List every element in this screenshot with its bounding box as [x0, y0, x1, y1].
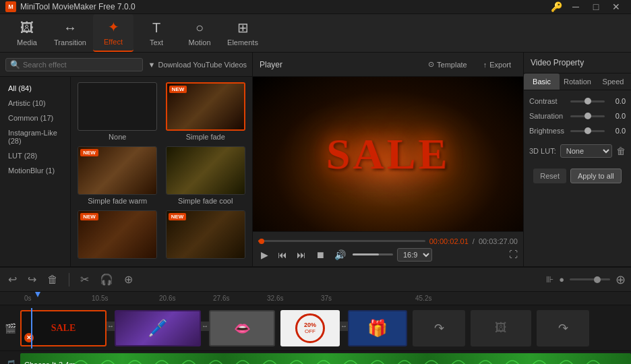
add-track-button[interactable]: ⊕ [615, 272, 626, 287]
audio-button[interactable]: 🎧 [97, 271, 116, 288]
new-badge-warm: NEW [80, 149, 98, 156]
tab-basic[interactable]: Basic [524, 73, 560, 90]
template-icon: ⊙ [428, 60, 434, 69]
tab-rotation[interactable]: Rotation [560, 73, 595, 90]
toolbar-transition[interactable]: ↔ Transition [50, 14, 90, 52]
search-box[interactable]: 🔍 [5, 58, 143, 71]
effect-simple-fade-label: Simple fade [186, 133, 225, 141]
clip-bonus[interactable]: 🎁 [348, 310, 407, 346]
playhead-marker [35, 292, 40, 297]
brightness-thumb [584, 127, 591, 134]
volume-button[interactable]: 🔊 [332, 248, 349, 262]
clip-sale[interactable]: ✕ SALE [20, 310, 107, 346]
transition-3[interactable]: ↔ [340, 322, 348, 331]
effect-6[interactable]: NEW [164, 210, 247, 261]
ruler-20s: 20.6s [159, 295, 175, 302]
category-artistic[interactable]: Artistic (10) [3, 96, 67, 111]
motion-label: Motion [188, 38, 210, 47]
redo-button[interactable]: ↪ [25, 271, 39, 288]
play-button[interactable]: ▶ [258, 248, 271, 262]
download-youtube-button[interactable]: ▼ Download YouTube Videos [148, 61, 247, 69]
toolbar-elements[interactable]: ⊞ Elements [222, 14, 263, 52]
effect-5-thumb: NEW [78, 210, 157, 259]
effect-5[interactable]: NEW [76, 210, 159, 261]
beauty-clip-icon: 👄 [234, 320, 251, 336]
media-label: Media [17, 38, 37, 47]
lut-label: 3D LUT: [529, 147, 556, 155]
progress-track[interactable] [258, 240, 425, 242]
category-lut[interactable]: LUT (28) [3, 148, 67, 163]
transition-arrow-2: ↷ [558, 321, 568, 336]
effects-categories: All (84) Artistic (10) Common (17) Insta… [0, 77, 71, 266]
effect-simple-fade-cool-thumb [166, 146, 245, 195]
toolbar-effect[interactable]: ✦ Effect [93, 14, 133, 52]
controls-row: ▶ ⏮ ⏭ ⏹ 🔊 16:9 4:3 1:1 ⛶ [258, 248, 518, 262]
tab-speed[interactable]: Speed [595, 73, 631, 90]
reset-button[interactable]: Reset [533, 169, 566, 183]
delete-button[interactable]: 🗑 [44, 272, 61, 288]
close-button[interactable]: ✕ [607, 0, 626, 13]
clip-purple[interactable]: 🖊️ [115, 310, 201, 346]
category-common[interactable]: Common (17) [3, 111, 67, 125]
lut-select[interactable]: None [560, 144, 612, 158]
toolbar-media[interactable]: 🖼 Media [7, 14, 47, 52]
cut-button[interactable]: ✂ [78, 271, 92, 288]
fullscreen-button[interactable]: ⛶ [509, 249, 518, 260]
elements-icon: ⊞ [237, 20, 249, 36]
effect-simple-fade-warm[interactable]: NEW Simple fade warm [76, 146, 159, 205]
brightness-slider[interactable] [570, 130, 605, 132]
timeline-icon-1: ⊪ [546, 274, 553, 284]
title-bar-left: M MiniTool MovieMaker Free 7.0.0 [5, 1, 136, 12]
effect-simple-fade-cool-label: Simple fade cool [178, 197, 233, 205]
stop-button[interactable]: ⏹ [313, 248, 328, 262]
toolbar-motion[interactable]: ○ Motion [179, 14, 220, 52]
purple-clip-icon: 🖊️ [148, 319, 168, 338]
aspect-ratio-select[interactable]: 16:9 4:3 1:1 [397, 248, 432, 262]
contrast-value: 0.0 [609, 97, 626, 105]
saturation-slider[interactable] [570, 115, 605, 117]
saturation-row: Saturation 0.0 [529, 112, 626, 120]
export-button[interactable]: ↑ Export [478, 58, 516, 71]
transition-2[interactable]: ↔ [201, 322, 209, 331]
toolbar-text[interactable]: T Text [136, 14, 177, 52]
new-badge: NEW [169, 86, 187, 93]
effect-none[interactable]: None [76, 82, 159, 141]
volume-slider[interactable] [353, 253, 393, 255]
app-title: MiniTool MovieMaker Free 7.0.0 [20, 2, 136, 11]
clip-beauty[interactable]: 👄 [209, 310, 275, 346]
total-time: 00:03:27.00 [479, 237, 518, 245]
video-content: SALE [253, 77, 523, 231]
media-icon: 🖼 [20, 20, 34, 36]
undo-button[interactable]: ↩ [5, 271, 20, 288]
minimize-button[interactable]: ─ [566, 0, 585, 13]
new-badge-6: NEW [169, 213, 187, 220]
audio-content[interactable]: Choose It 3.4m [20, 353, 631, 364]
apply-all-button[interactable]: Apply to all [570, 169, 622, 183]
video-property-panel: Video Property Basic Rotation Speed Cont… [523, 53, 631, 266]
audio-waveform [74, 353, 613, 364]
template-button[interactable]: ⊙ Template [423, 58, 473, 71]
search-icon: 🔍 [10, 60, 20, 69]
timeline: 0s 10.5s 20.6s 27.6s 32.6s 37s 45.2s 🎬 ✕ [0, 292, 631, 364]
transition-1[interactable]: ↔ [107, 322, 115, 331]
maximize-button[interactable]: □ [587, 0, 605, 13]
contrast-slider[interactable] [570, 100, 605, 102]
effect-simple-fade-cool[interactable]: Simple fade cool [164, 146, 247, 205]
next-frame-button[interactable]: ⏭ [294, 248, 309, 262]
prev-frame-button[interactable]: ⏮ [275, 248, 290, 262]
download-icon: ▼ [148, 61, 156, 69]
category-all[interactable]: All (84) [3, 81, 67, 96]
effect-none-thumb [78, 82, 157, 131]
split-button[interactable]: ⊕ [121, 271, 136, 288]
clip-trans-arrow-1[interactable]: ↷ [413, 310, 465, 346]
category-motionblur[interactable]: MotionBlur (1) [3, 163, 67, 178]
clip-sale20[interactable]: 20% OFF [280, 310, 340, 346]
ruler-45s: 45.2s [415, 295, 431, 302]
category-instagram[interactable]: Instagram-Like (28) [3, 125, 67, 148]
clip-trans-arrow-2[interactable]: ↷ [537, 310, 589, 346]
lut-delete-button[interactable]: 🗑 [616, 146, 626, 156]
effect-simple-fade[interactable]: NEW Simple fade [164, 82, 247, 141]
player-title: Player [260, 60, 282, 69]
zoom-slider[interactable] [570, 278, 610, 280]
search-input[interactable] [23, 61, 138, 69]
